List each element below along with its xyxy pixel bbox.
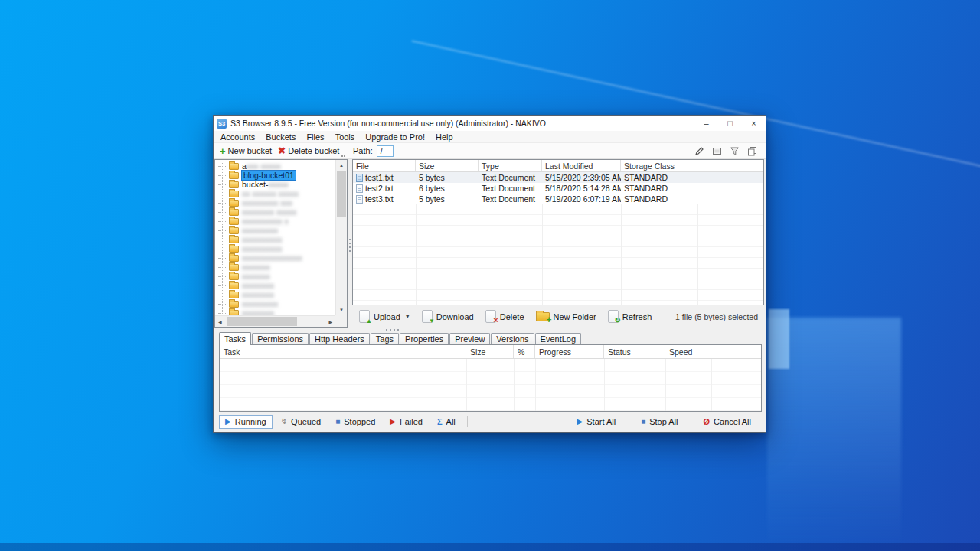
menu-item-help[interactable]: Help [430, 132, 459, 142]
bucket-tree-item[interactable]: xxxxxxxx [215, 281, 335, 290]
scroll-down-icon[interactable]: ▼ [339, 308, 344, 312]
bucket-tree-item[interactable]: xx xxxxxx xxxxx [215, 189, 335, 198]
file-list-rows: test1.txt5 bytesText Document5/15/2020 2… [353, 172, 763, 204]
file-column-header-storage-class[interactable]: Storage Class [621, 160, 697, 171]
tab-eventlog[interactable]: EventLog [535, 333, 581, 344]
bucket-name: xxxxxxx [242, 272, 270, 281]
cancel-all-button[interactable]: ØCancel All [697, 415, 757, 429]
scrollbar-thumb[interactable] [227, 317, 297, 326]
refresh-button[interactable]: ↻Refresh [608, 310, 652, 323]
new-bucket-button[interactable]: + New bucket [217, 146, 275, 156]
task-column-header-progress[interactable]: Progress [535, 345, 604, 358]
bucket-tree-item[interactable]: xxxxxxxxx xxx [215, 198, 335, 207]
bucket-tree-item[interactable]: xxxxxxxxx [215, 226, 335, 235]
all-filter-button[interactable]: ΣAll [431, 415, 462, 429]
bucket-name-redacted: xxxxxxxx [242, 290, 274, 299]
delete-bucket-button[interactable]: ✖ Delete bucket [275, 146, 342, 155]
toolbar-overflow-grip[interactable] [341, 155, 346, 157]
bucket-tree-item[interactable]: xxxxxxxxxx x [215, 217, 335, 226]
stopped-filter-button[interactable]: ■Stopped [329, 415, 381, 429]
bucket-tree-item[interactable]: xxxxxxxxx [215, 299, 335, 308]
path-input[interactable]: / [377, 145, 394, 157]
cell-text: STANDARD [624, 194, 668, 204]
delete-button[interactable]: ×Delete [485, 310, 524, 323]
tree-vertical-scrollbar[interactable]: ▲ ▼ [335, 160, 347, 315]
tree-connector [218, 175, 227, 176]
title-bar[interactable]: S3 S3 Browser 8.9.5 - Free Version (for … [214, 116, 766, 131]
tab-versions[interactable]: Versions [491, 333, 534, 344]
running-filter-button[interactable]: ▶Running [219, 415, 273, 429]
task-column-header-percent[interactable]: % [514, 345, 535, 358]
file-row[interactable]: test1.txt5 bytesText Document5/15/2020 2… [353, 172, 763, 183]
download-button[interactable]: ▼Download [422, 310, 474, 323]
bucket-tree-item[interactable]: xxxxxxxxxx [215, 244, 335, 253]
text-file-icon [356, 195, 363, 204]
tree-connector [218, 295, 227, 295]
task-column-header-size[interactable]: Size [466, 345, 514, 358]
bucket-tree-item[interactable]: xxxxxxxx xxxxx [215, 207, 335, 217]
scroll-up-icon[interactable]: ▲ [339, 163, 344, 168]
minimize-button[interactable]: – [694, 116, 718, 131]
close-button[interactable]: × [742, 116, 766, 131]
stopped-icon: ■ [335, 418, 340, 425]
details-icon[interactable] [712, 146, 722, 156]
tab-http-headers[interactable]: Http Headers [309, 333, 370, 344]
tab-properties[interactable]: Properties [400, 333, 449, 344]
splitter-grip-icon [386, 329, 387, 331]
tab-tags[interactable]: Tags [371, 333, 399, 344]
wallpaper-shade [0, 543, 980, 551]
bucket-tree-item[interactable]: blog-bucket01 [215, 171, 335, 180]
bucket-name-redacted: xxxxxxxx [242, 281, 274, 290]
scroll-left-icon[interactable]: ◀ [218, 320, 222, 324]
bucket-tree-item[interactable]: bucket-xxxxx [215, 180, 335, 189]
menu-item-accounts[interactable]: Accounts [215, 132, 260, 142]
bucket-tree-item[interactable]: axxx xxxxx [215, 161, 335, 171]
upload-button[interactable]: ▲Upload▼ [359, 310, 410, 323]
menu-item-files[interactable]: Files [301, 132, 329, 142]
scrollbar-thumb[interactable] [337, 171, 346, 217]
cell-text: 5 bytes [419, 173, 445, 182]
tree-horizontal-scrollbar[interactable]: ◀ ▶ [215, 315, 335, 327]
copy-icon[interactable] [747, 146, 757, 156]
failed-filter-button[interactable]: ▶Failed [384, 415, 429, 429]
bucket-name-redacted: xxxxxxxxx xxx [242, 198, 292, 207]
menu-item-upgrade-to-pro-[interactable]: Upgrade to Pro! [360, 132, 430, 142]
file-column-header-last-modified[interactable]: Last Modified [542, 160, 621, 171]
menu-item-buckets[interactable]: Buckets [260, 132, 301, 142]
task-column-header-speed[interactable]: Speed [665, 345, 711, 358]
file-cell-storage_class: STANDARD [621, 172, 697, 183]
start-all-button[interactable]: ▶Start All [571, 415, 622, 429]
menu-item-tools[interactable]: Tools [330, 132, 361, 142]
file-column-header-type[interactable]: Type [479, 160, 542, 171]
file-row[interactable]: test2.txt6 bytesText Document5/18/2020 5… [353, 183, 763, 194]
menu-bar: AccountsBucketsFilesToolsUpgrade to Pro!… [214, 131, 766, 143]
bucket-tree-item[interactable]: xxxxxxx [215, 272, 335, 281]
bucket-tree-item[interactable]: xxxxxxxxxxxxxxx [215, 253, 335, 262]
task-column-header-task[interactable]: Task [220, 345, 466, 358]
filter-icon[interactable] [730, 146, 740, 156]
tasks-panel: TaskSize%ProgressStatusSpeed [219, 344, 762, 412]
column-separator [535, 359, 536, 411]
tab-permissions[interactable]: Permissions [252, 333, 309, 344]
bucket-tree-item[interactable]: xxxxxxxx [215, 308, 335, 315]
file-row[interactable]: test3.txt5 bytesText Document5/19/2020 6… [353, 194, 763, 204]
scroll-right-icon[interactable]: ▶ [328, 320, 332, 324]
queued-filter-button[interactable]: ↯Queued [275, 415, 328, 429]
bucket-tree-item[interactable]: xxxxxxx [215, 262, 335, 272]
download-icon: ▼ [422, 310, 433, 323]
edit-path-icon[interactable] [694, 146, 704, 156]
new-folder-button[interactable]: +New Folder [536, 312, 596, 321]
bucket-tree-item[interactable]: xxxxxxxxxx [215, 235, 335, 244]
maximize-button[interactable]: □ [718, 116, 742, 131]
bucket-tree-item[interactable]: xxxxxxxx [215, 290, 335, 299]
tab-preview[interactable]: Preview [449, 333, 490, 344]
bucket-name-text: blog-bucket01 [243, 171, 294, 180]
task-column-header-status[interactable]: Status [604, 345, 665, 358]
tree-connector [218, 276, 227, 277]
file-cell-type: Text Document [479, 172, 542, 183]
tab-tasks[interactable]: Tasks [219, 332, 251, 344]
file-column-header-file[interactable]: File [353, 160, 416, 171]
button-label: Refresh [622, 312, 652, 321]
stop-all-button[interactable]: ■Stop All [635, 415, 684, 429]
file-column-header-size[interactable]: Size [416, 160, 479, 171]
